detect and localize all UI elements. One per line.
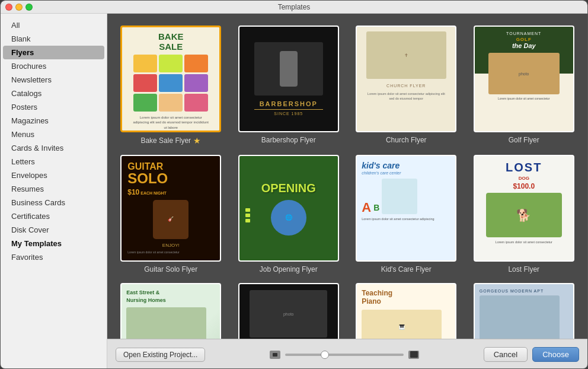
template-label-golf: Golf Flyer: [509, 136, 539, 144]
template-label-church: Church Flyer: [386, 136, 427, 144]
template-thumbnail-piano: TeachingPiano 🎹 Lorem ipsum dolor sit am…: [356, 283, 456, 339]
template-piano[interactable]: TeachingPiano 🎹 Lorem ipsum dolor sit am…: [352, 283, 461, 339]
sidebar-item-menus[interactable]: Menus: [3, 128, 104, 141]
open-existing-button[interactable]: Open Existing Project...: [116, 348, 205, 362]
template-grid: BAKESALE Lorem ipsum dolor sit amet cons…: [107, 14, 587, 339]
content-area: BAKESALE Lorem ipsum dolor sit amet cons…: [107, 14, 587, 369]
template-label-guitar-solo: Guitar Solo Flyer: [144, 265, 197, 273]
star-icon: ★: [193, 136, 201, 145]
sidebar: AllBlankFlyersBrochuresNewslettersCatalo…: [1, 14, 107, 369]
template-job-opening[interactable]: OPENING 🌐 Job Opening Flyer: [235, 155, 343, 273]
sidebar-item-blank[interactable]: Blank: [3, 32, 104, 46]
sidebar-item-business-cards[interactable]: Business Cards: [3, 196, 104, 209]
size-large-icon: [408, 351, 419, 359]
bottom-right: Cancel Choose: [484, 347, 579, 362]
template-label-job-opening: Job Opening Flyer: [260, 265, 318, 273]
template-thumbnail-kids-care: kid's care children's care center A B Lo…: [356, 155, 456, 262]
sidebar-item-catalogs[interactable]: Catalogs: [3, 87, 104, 100]
choose-button[interactable]: Choose: [532, 347, 579, 362]
size-slider[interactable]: [285, 354, 404, 356]
template-guitar-solo[interactable]: GUITAR SOLO $10 EACH NIGHT 🎸 ENJOY! Lore…: [117, 155, 225, 273]
template-church[interactable]: ✝ CHURCH FLYER Lorem ipsum dolor sit ame…: [352, 26, 461, 145]
template-thumbnail-lost: LOST DOG $100.0 🐕 Lorem ipsum dolor sit …: [474, 155, 574, 262]
template-thumbnail-guitar-solo: GUITAR SOLO $10 EACH NIGHT 🎸 ENJOY! Lore…: [120, 155, 221, 262]
template-thumbnail-nursing: East Street &Nursing Homes Lorem ipsum d…: [120, 283, 221, 339]
template-photo[interactable]: photo PHOTO EXHIBITION Location · Date: [235, 283, 343, 339]
sidebar-item-certificates[interactable]: Certificates: [3, 209, 104, 223]
size-small-icon: [270, 351, 280, 359]
main-container: AllBlankFlyersBrochuresNewslettersCatalo…: [1, 14, 587, 369]
minimize-button[interactable]: [15, 4, 23, 11]
bottom-center: [270, 351, 419, 359]
template-kids-care[interactable]: kid's care children's care center A B Lo…: [352, 155, 461, 273]
template-golf[interactable]: TOURNAMENT GOLF the Day photo Lorem ipsu…: [470, 26, 579, 145]
window-title: Templates: [278, 3, 311, 11]
sidebar-item-posters[interactable]: Posters: [3, 100, 104, 114]
sidebar-item-disk-cover[interactable]: Disk Cover: [3, 223, 104, 237]
window-controls: [5, 4, 33, 11]
sidebar-item-my-templates[interactable]: My Templates: [3, 237, 104, 250]
sidebar-item-all[interactable]: All: [3, 18, 104, 32]
title-bar: Templates: [1, 1, 587, 14]
template-thumbnail-job-opening: OPENING 🌐: [238, 155, 339, 262]
sidebar-item-letters[interactable]: Letters: [3, 155, 104, 168]
template-thumbnail-photo: photo PHOTO EXHIBITION Location · Date: [238, 283, 339, 339]
maximize-button[interactable]: [25, 4, 33, 11]
sidebar-item-newsletters[interactable]: Newsletters: [3, 73, 104, 87]
template-barbershop[interactable]: BARBERSHOP SINCE 1985 Barbershop Flyer: [235, 26, 343, 145]
template-modern[interactable]: Gorgeous Modern Apt: [470, 283, 579, 339]
slider-thumb[interactable]: [321, 351, 329, 359]
close-button[interactable]: [5, 4, 12, 11]
template-thumbnail-golf: TOURNAMENT GOLF the Day photo Lorem ipsu…: [474, 26, 574, 132]
sidebar-item-cards-invites[interactable]: Cards & Invites: [3, 141, 104, 155]
sidebar-item-flyers[interactable]: Flyers: [3, 46, 104, 59]
template-bake-sale[interactable]: BAKESALE Lorem ipsum dolor sit amet cons…: [117, 26, 225, 145]
sidebar-item-magazines[interactable]: Magazines: [3, 114, 104, 128]
sidebar-item-resumes[interactable]: Resumes: [3, 182, 104, 196]
template-thumbnail-barbershop: BARBERSHOP SINCE 1985: [238, 26, 339, 132]
template-label-lost: Lost Flyer: [508, 265, 539, 273]
sidebar-item-favorites[interactable]: Favorites: [3, 250, 104, 264]
template-label-barbershop: Barbershop Flyer: [261, 136, 316, 144]
bottom-bar: Open Existing Project... Cancel Choose: [107, 339, 587, 369]
template-thumbnail-church: ✝ CHURCH FLYER Lorem ipsum dolor sit ame…: [356, 26, 456, 132]
template-thumbnail-modern: Gorgeous Modern Apt: [474, 283, 574, 339]
template-nursing[interactable]: East Street &Nursing Homes Lorem ipsum d…: [117, 283, 225, 339]
template-thumbnail-bake-sale: BAKESALE Lorem ipsum dolor sit amet cons…: [120, 26, 221, 132]
bottom-left: Open Existing Project...: [116, 348, 205, 362]
template-label-bake-sale: Bake Sale Flyer★: [140, 136, 201, 145]
sidebar-item-brochures[interactable]: Brochures: [3, 59, 104, 73]
template-lost[interactable]: LOST DOG $100.0 🐕 Lorem ipsum dolor sit …: [470, 155, 579, 273]
sidebar-item-envelopes[interactable]: Envelopes: [3, 168, 104, 182]
cancel-button[interactable]: Cancel: [484, 347, 528, 362]
template-label-kids-care: Kid's Care Flyer: [381, 265, 432, 273]
